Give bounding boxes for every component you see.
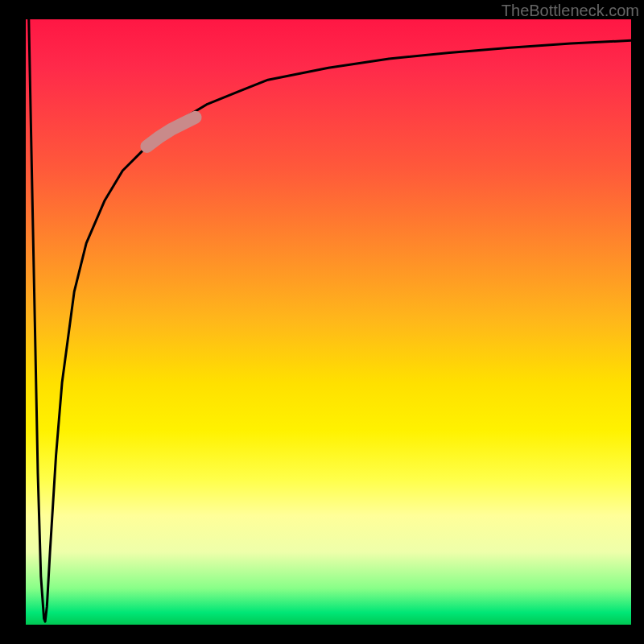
- watermark-text: TheBottleneck.com: [502, 2, 639, 20]
- chart-container: TheBottleneck.com: [0, 0, 644, 644]
- curve-svg: [26, 19, 631, 625]
- main-curve-group: [29, 19, 631, 621]
- bottleneck-curve-path: [29, 19, 631, 621]
- highlight-segment-path: [147, 118, 195, 147]
- plot-area: [26, 19, 631, 625]
